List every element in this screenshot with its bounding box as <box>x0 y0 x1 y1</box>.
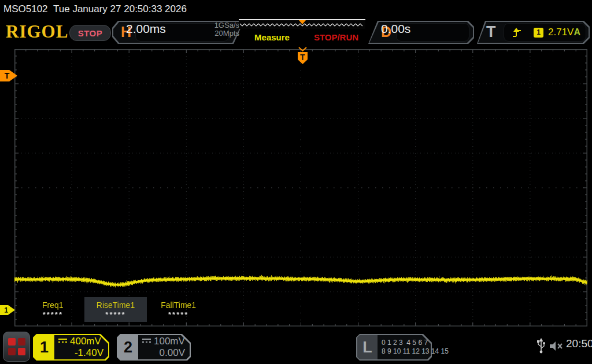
acquisition-rates: 1GSa/s 20Mpts <box>214 21 239 38</box>
measure-button-label: Measure <box>245 29 299 45</box>
logic-row1: 0 1 2 3 4 5 6 7 <box>382 339 430 347</box>
measurement-value: ***** <box>105 310 125 319</box>
measurement-value: ***** <box>43 310 63 319</box>
bottom-bar: 1 400mV -1.40V 2 100mV 0.00V L 0 1 2 3 4… <box>0 329 592 364</box>
memory-depth: 20Mpts <box>214 29 239 38</box>
horizontal-settings-block[interactable]: H 2.00ms 1GSa/s 20Mpts <box>112 21 244 44</box>
dc-coupling-icon <box>58 339 67 346</box>
usb-icon <box>536 338 546 354</box>
logic-channels-block[interactable]: L 0 1 2 3 4 5 6 7 8 9 10 11 12 13 14 15 <box>356 334 432 361</box>
measurement-item-falltime1[interactable]: FallTime1 ***** <box>147 297 210 322</box>
measurement-item-freq1[interactable]: Freq1 ***** <box>21 297 84 322</box>
trigger-label: T <box>486 23 496 41</box>
measure-button[interactable]: Measure <box>245 29 299 45</box>
channel1-scale-value: 400mV <box>70 336 101 347</box>
channel2-scale: 100mV <box>142 336 185 347</box>
channel2-status-block[interactable]: 2 100mV 0.00V <box>117 334 191 361</box>
model-name: MSO5102 <box>3 3 48 15</box>
delay-value: 0.00s <box>381 22 410 36</box>
measurement-label: FallTime1 <box>161 300 196 310</box>
speaker-muted-icon[interactable] <box>549 340 564 352</box>
channel1-scale: 400mV <box>58 336 101 347</box>
datetime-text: Tue January 27 20:50:33 2026 <box>53 3 187 15</box>
header-bar: RIGOL STOP H 2.00ms 1GSa/s 20Mpts Measur… <box>0 17 592 46</box>
trigger-settings-block[interactable]: T 1 2.71V A <box>477 21 590 44</box>
run-state-label: STOP <box>78 28 103 38</box>
trigger-items: 1 2.71V A <box>504 23 586 42</box>
logic-channel-numbers: 0 1 2 3 4 5 6 7 8 9 10 11 12 13 14 15 <box>382 336 430 359</box>
apps-grid-icon <box>8 338 25 355</box>
clock-display: 20:50 <box>566 337 592 350</box>
measurement-value: ***** <box>168 310 188 319</box>
rising-edge-icon <box>512 27 522 38</box>
trigger-position-marker[interactable]: T <box>297 47 309 68</box>
logic-row2: 8 9 10 11 12 13 14 15 <box>382 348 430 355</box>
trigger-level-value: 2.71V <box>548 27 574 38</box>
channel1-offset: -1.40V <box>75 347 103 359</box>
channel2-scale-value: 100mV <box>154 336 185 347</box>
dc-coupling-icon <box>142 339 151 346</box>
measurement-item-risetime1[interactable]: RiseTime1 ***** <box>84 297 147 322</box>
measurement-panel: Freq1 ***** RiseTime1 ***** FallTime1 **… <box>20 296 211 323</box>
channel1-marker-number: 1 <box>4 306 8 314</box>
apps-menu-button[interactable] <box>3 332 30 362</box>
trigger-level-letter: T <box>5 71 10 80</box>
channel2-number-tab: 2 <box>118 335 138 359</box>
channel2-offset: 0.00V <box>160 347 185 359</box>
waveform-position-bar[interactable] <box>239 19 365 29</box>
channel1-waveform-trace <box>14 49 587 326</box>
measurement-label: RiseTime1 <box>97 300 135 310</box>
trigger-source-badge: 1 <box>534 28 543 38</box>
timebase-value: 2.00ms <box>126 22 166 36</box>
channel1-status-block[interactable]: 1 400mV -1.40V <box>33 334 109 361</box>
stop-run-button-label: STOP/RUN <box>307 29 365 45</box>
channel1-number-tab: 1 <box>34 335 54 359</box>
sample-rate: 1GSa/s <box>214 21 239 29</box>
logic-label-tab: L <box>357 335 378 359</box>
run-state-indicator[interactable]: STOP <box>69 25 111 41</box>
trigger-position-letter: T <box>300 53 305 62</box>
delay-settings-block[interactable]: D 0.00s <box>368 21 474 44</box>
rigol-logo: RIGOL <box>6 21 68 42</box>
oscilloscope-screen: MSO5102 Tue January 27 20:50:33 2026 RIG… <box>0 0 592 364</box>
measurement-label: Freq1 <box>42 300 64 310</box>
window-position-marker <box>299 20 306 24</box>
stop-run-button[interactable]: STOP/RUN <box>307 29 365 45</box>
trigger-sweep-mode: A <box>574 27 580 38</box>
status-bar: MSO5102 Tue January 27 20:50:33 2026 <box>0 0 592 17</box>
channel1-ground-marker[interactable]: 1 <box>0 305 15 315</box>
